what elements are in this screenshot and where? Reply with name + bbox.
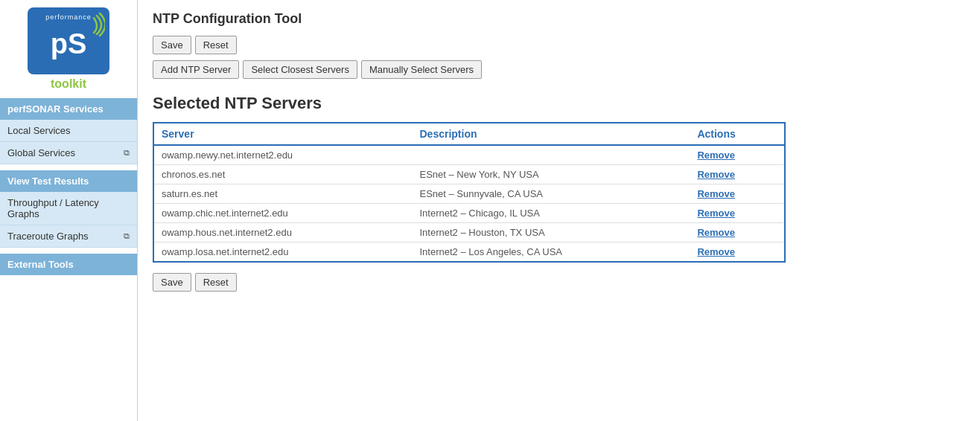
col-header-server: Server	[153, 123, 413, 145]
logo-toolkit-text: toolkit	[51, 77, 86, 91]
sidebar-item-traceroute[interactable]: Traceroute Graphs ⧉	[0, 225, 137, 248]
top-toolbar: Save Reset	[153, 36, 965, 54]
action-cell: Remove	[690, 242, 785, 263]
sidebar-item-global-services[interactable]: Global Services ⧉	[0, 142, 137, 164]
main-content: NTP Configuration Tool Save Reset Add NT…	[138, 0, 980, 421]
sidebar-header-perfsonar: perfSONAR Services	[0, 98, 137, 120]
server-cell: owamp.newy.net.internet2.edu	[153, 145, 413, 165]
server-cell: chronos.es.net	[153, 165, 413, 184]
page-title: NTP Configuration Tool	[153, 11, 965, 27]
action-cell: Remove	[690, 184, 785, 204]
server-cell: owamp.hous.net.internet2.edu	[153, 223, 413, 242]
save-button-top[interactable]: Save	[153, 36, 191, 54]
action-toolbar: Add NTP Server Select Closest Servers Ma…	[153, 60, 965, 79]
bottom-toolbar: Save Reset	[153, 273, 965, 292]
sidebar-item-local-services[interactable]: Local Services	[0, 120, 137, 142]
logo-box: performance pS	[28, 7, 109, 74]
add-ntp-server-button[interactable]: Add NTP Server	[153, 60, 239, 79]
save-button-bottom[interactable]: Save	[153, 273, 191, 292]
remove-link[interactable]: Remove	[697, 150, 735, 161]
signal-arcs-icon	[79, 12, 105, 38]
ntp-servers-table: Server Description Actions owamp.newy.ne…	[153, 122, 786, 263]
external-link-icon: ⧉	[124, 148, 130, 158]
description-cell: Internet2 – Chicago, IL USA	[413, 204, 690, 223]
sidebar-header-external-tools: External Tools	[0, 254, 137, 275]
table-row: owamp.losa.net.internet2.eduInternet2 – …	[153, 242, 785, 263]
col-header-actions: Actions	[690, 123, 785, 145]
table-row: saturn.es.netESnet – Sunnyvale, CA USARe…	[153, 184, 785, 204]
remove-link[interactable]: Remove	[697, 246, 735, 257]
action-cell: Remove	[690, 204, 785, 223]
table-row: chronos.es.netESnet – New York, NY USARe…	[153, 165, 785, 184]
table-row: owamp.hous.net.internet2.eduInternet2 – …	[153, 223, 785, 242]
reset-button-bottom[interactable]: Reset	[195, 273, 237, 292]
description-cell	[413, 145, 690, 165]
action-cell: Remove	[690, 223, 785, 242]
col-header-description: Description	[413, 123, 690, 145]
description-cell: ESnet – New York, NY USA	[413, 165, 690, 184]
reset-button-top[interactable]: Reset	[195, 36, 237, 54]
remove-link[interactable]: Remove	[697, 169, 735, 180]
logo-area: performance pS toolkit	[0, 0, 137, 98]
server-cell: owamp.chic.net.internet2.edu	[153, 204, 413, 223]
select-closest-servers-button[interactable]: Select Closest Servers	[243, 60, 357, 79]
remove-link[interactable]: Remove	[697, 208, 735, 219]
description-cell: ESnet – Sunnyvale, CA USA	[413, 184, 690, 204]
external-link-icon-2: ⧉	[124, 231, 130, 241]
remove-link[interactable]: Remove	[697, 227, 735, 238]
server-cell: saturn.es.net	[153, 184, 413, 204]
description-cell: Internet2 – Los Angeles, CA USA	[413, 242, 690, 263]
manually-select-servers-button[interactable]: Manually Select Servers	[361, 60, 482, 79]
server-cell: owamp.losa.net.internet2.edu	[153, 242, 413, 263]
sidebar-header-test-results: View Test Results	[0, 170, 137, 192]
table-row: owamp.chic.net.internet2.eduInternet2 – …	[153, 204, 785, 223]
section-title: Selected NTP Servers	[153, 94, 965, 113]
action-cell: Remove	[690, 165, 785, 184]
description-cell: Internet2 – Houston, TX USA	[413, 223, 690, 242]
sidebar-item-throughput[interactable]: Throughput / Latency Graphs	[0, 192, 137, 225]
sidebar: performance pS toolkit perfSONAR Service…	[0, 0, 138, 421]
remove-link[interactable]: Remove	[697, 188, 735, 199]
action-cell: Remove	[690, 145, 785, 165]
table-row: owamp.newy.net.internet2.eduRemove	[153, 145, 785, 165]
